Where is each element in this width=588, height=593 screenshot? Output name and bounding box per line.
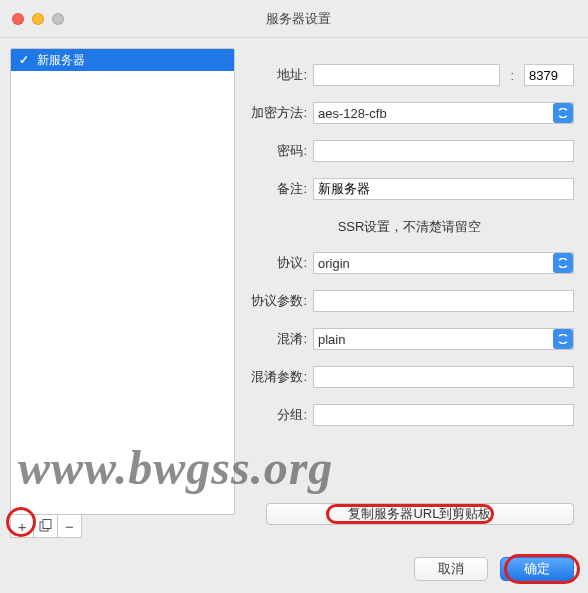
cancel-button[interactable]: 取消 — [414, 557, 488, 581]
copy-row: 复制服务器URL到剪贴板 — [266, 503, 574, 525]
port-input[interactable] — [524, 64, 574, 86]
remove-server-button[interactable]: − — [58, 515, 81, 537]
protocol-param-label: 协议参数: — [245, 292, 307, 310]
protocol-value: origin — [318, 256, 350, 271]
row-address: 地址: : — [245, 64, 574, 86]
address-label: 地址: — [245, 66, 307, 84]
window: 服务器设置 ✓ 新服务器 + − — [0, 0, 588, 593]
minus-icon: − — [65, 518, 74, 535]
check-icon: ✓ — [19, 53, 31, 67]
plus-icon: + — [18, 518, 27, 535]
server-item-label: 新服务器 — [37, 52, 85, 69]
row-remark: 备注: — [245, 178, 574, 200]
password-label: 密码: — [245, 142, 307, 160]
protocol-select[interactable]: origin — [313, 252, 574, 274]
obfs-value: plain — [318, 332, 345, 347]
footer: 取消 确定 — [414, 557, 574, 581]
row-protocol: 协议: origin — [245, 252, 574, 274]
row-obfs-param: 混淆参数: — [245, 366, 574, 388]
obfs-label: 混淆: — [245, 330, 307, 348]
remark-label: 备注: — [245, 180, 307, 198]
svg-rect-1 — [43, 519, 51, 528]
duplicate-icon — [39, 518, 52, 535]
group-input[interactable] — [313, 404, 574, 426]
port-separator: : — [506, 68, 518, 83]
password-input[interactable] — [313, 140, 574, 162]
server-list-item[interactable]: ✓ 新服务器 — [11, 49, 234, 71]
settings-form: 地址: : 加密方法: aes-128-cfb 密码: 备注: — [245, 48, 578, 538]
row-password: 密码: — [245, 140, 574, 162]
ok-button[interactable]: 确定 — [500, 557, 574, 581]
sidebar: ✓ 新服务器 + − — [10, 48, 235, 538]
titlebar: 服务器设置 — [0, 0, 588, 38]
encryption-select[interactable]: aes-128-cfb — [313, 102, 574, 124]
protocol-label: 协议: — [245, 254, 307, 272]
obfs-select[interactable]: plain — [313, 328, 574, 350]
row-obfs: 混淆: plain — [245, 328, 574, 350]
add-server-button[interactable]: + — [11, 515, 34, 537]
ssr-note: SSR设置，不清楚请留空 — [245, 218, 574, 236]
encryption-value: aes-128-cfb — [318, 106, 387, 121]
window-title: 服务器设置 — [8, 10, 588, 28]
chevron-down-icon — [553, 103, 573, 123]
chevron-down-icon — [553, 329, 573, 349]
list-toolbar: + − — [10, 514, 82, 538]
remark-input[interactable] — [313, 178, 574, 200]
protocol-param-input[interactable] — [313, 290, 574, 312]
chevron-down-icon — [553, 253, 573, 273]
group-label: 分组: — [245, 406, 307, 424]
obfs-param-input[interactable] — [313, 366, 574, 388]
address-input[interactable] — [313, 64, 500, 86]
row-group: 分组: — [245, 404, 574, 426]
duplicate-server-button[interactable] — [34, 515, 57, 537]
row-encryption: 加密方法: aes-128-cfb — [245, 102, 574, 124]
server-list[interactable]: ✓ 新服务器 — [10, 48, 235, 515]
encryption-label: 加密方法: — [245, 104, 307, 122]
obfs-param-label: 混淆参数: — [245, 368, 307, 386]
copy-url-button[interactable]: 复制服务器URL到剪贴板 — [266, 503, 574, 525]
row-protocol-param: 协议参数: — [245, 290, 574, 312]
